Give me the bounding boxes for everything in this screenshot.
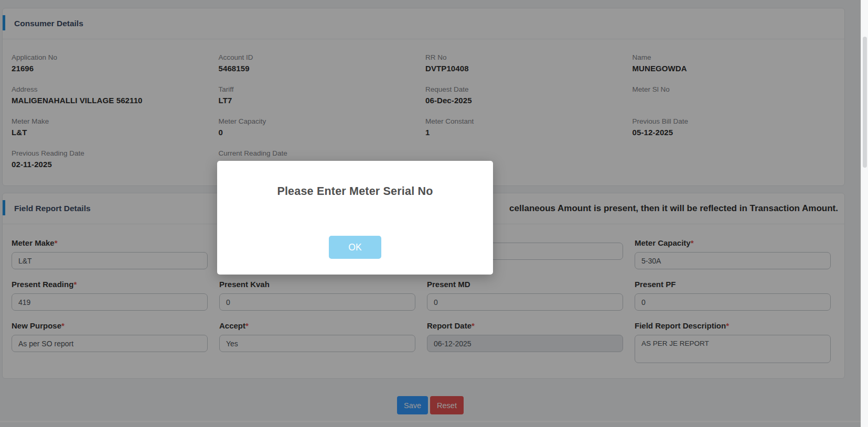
page: Consumer Details Application No 21696 Ac… bbox=[0, 0, 868, 427]
ok-button[interactable]: OK bbox=[329, 236, 381, 259]
alert-message: Please Enter Meter Serial No bbox=[217, 185, 493, 198]
alert-dialog: Please Enter Meter Serial No OK bbox=[217, 161, 493, 275]
vertical-scrollbar[interactable] bbox=[861, 0, 868, 427]
scrollbar-thumb[interactable] bbox=[863, 37, 867, 168]
